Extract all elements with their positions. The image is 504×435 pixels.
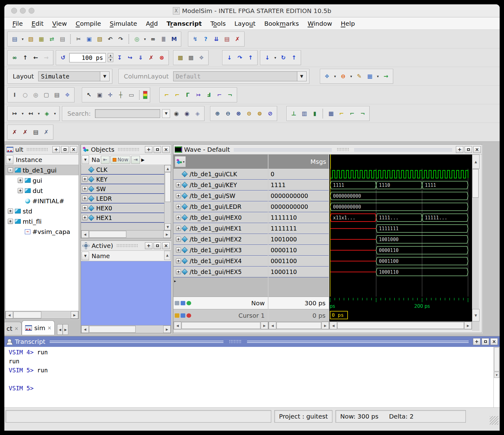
ellipse-mode-icon[interactable]: ○ (21, 91, 29, 99)
cursor-mode-icon[interactable]: I (10, 91, 19, 99)
step-current-icon[interactable]: ↓ (263, 53, 272, 62)
open-folder-icon[interactable]: ▨ (26, 35, 35, 43)
scroll-thumb[interactable] (89, 231, 126, 238)
expander-icon[interactable]: + (82, 196, 88, 201)
search-dropdown-icon[interactable]: ▼ (162, 109, 170, 118)
tree-item-dut[interactable]: +dut (5, 186, 79, 196)
undock-button[interactable] (482, 338, 489, 345)
zoom-range-icon[interactable]: ⊚ (255, 109, 264, 118)
menu-simulate[interactable]: Simulate (106, 20, 142, 27)
reload-icon[interactable]: ⇄ (47, 35, 56, 43)
tree-item-gui[interactable]: +gui (5, 175, 79, 186)
wave-names-hscrollbar[interactable]: ◀ ▶ (173, 321, 268, 330)
expander-icon[interactable]: + (82, 205, 88, 211)
scroll-thumb[interactable] (337, 322, 464, 329)
help-question-icon[interactable]: ? (201, 35, 210, 43)
close-tab-icon[interactable]: × (47, 325, 52, 331)
drag-handle[interactable] (354, 148, 452, 151)
tree-expander-icon[interactable]: + (18, 178, 23, 183)
zoom-mode-icon[interactable]: ⊘ (266, 109, 274, 118)
step-return-icon[interactable]: ↑ (290, 53, 298, 62)
dock-button[interactable]: + (145, 146, 152, 153)
timeline-ruler[interactable]: 0 ps200 ps (329, 297, 472, 309)
dropdown-caret-icon[interactable]: ▾ (349, 74, 353, 78)
search-input[interactable] (95, 109, 160, 118)
next-edge-icon[interactable]: ¬ (358, 109, 367, 118)
transcript-vscrollbar[interactable]: ▼ (493, 347, 500, 407)
tab-sim[interactable]: sim × (22, 321, 55, 335)
wave-value-clk[interactable]: 0 (268, 169, 329, 180)
close-doc-icon[interactable]: ✗ (233, 35, 242, 43)
menu-transcript[interactable]: Transcript (162, 20, 206, 27)
processes-list-empty[interactable] (81, 261, 171, 325)
goto-time-end-button[interactable]: ⇥ (131, 156, 140, 164)
tree-item-mti-fli[interactable]: +mti_fli (5, 216, 79, 226)
edge-yellow-icon[interactable]: ⌐ (337, 109, 346, 118)
step-into-icon[interactable]: ↓ (225, 53, 234, 62)
palette-icon[interactable]: ❖ (63, 91, 72, 99)
expand-header-icon[interactable]: ▶ (141, 157, 145, 162)
processes-hscrollbar[interactable]: ◀ ▶ (81, 325, 171, 333)
wave-stretch-icon[interactable]: ⌐ (215, 91, 224, 99)
transcript-console[interactable]: VSIM 4> runrunVSIM 5> runVSIM 5> ▼ (4, 347, 500, 407)
green-column-icon[interactable]: ▮ (310, 109, 319, 118)
wave-vscrollbar[interactable] (472, 169, 479, 297)
scroll-right-icon[interactable]: ▶ (71, 311, 78, 319)
redo-icon[interactable]: ↷ (116, 35, 125, 43)
close-tab-icon[interactable]: × (15, 326, 19, 331)
region-mode-icon[interactable]: ▢ (42, 91, 51, 99)
object-row-ledr[interactable]: +LEDR (81, 194, 164, 204)
select-arrow-icon[interactable]: ↖ (85, 91, 93, 99)
wave-signal-hex3[interactable]: +/tb_de1_gui/HEX3 (173, 245, 268, 256)
wave-signal-key[interactable]: +/tb_de1_gui/KEY (173, 180, 268, 191)
run-continue-icon[interactable]: ↪ (126, 53, 134, 62)
wave-value-hex2[interactable]: 1001000 (268, 234, 329, 245)
menu-layout[interactable]: Layout (230, 20, 260, 27)
name-column-header[interactable]: Name (90, 252, 110, 260)
wave-value-sw[interactable]: 0000000000 (268, 191, 329, 201)
dropdown-caret-icon[interactable]: ▾ (143, 37, 147, 41)
scroll-up-icon[interactable]: ▲ (164, 165, 171, 172)
export-filter-icon[interactable]: → (382, 72, 390, 81)
tree-expander-icon[interactable]: + (18, 188, 23, 193)
zoom-out-icon[interactable]: ⊖ (223, 109, 232, 118)
scroll-thumb[interactable] (89, 326, 136, 333)
name-column-header[interactable]: Na (90, 156, 100, 164)
wave-value-key[interactable]: 1111 (268, 180, 329, 191)
performance-icon[interactable]: ▩ (176, 53, 185, 62)
scroll-down-icon[interactable]: ▼ (494, 372, 499, 378)
scroll-thumb[interactable] (165, 172, 171, 202)
wave-scroll-up-icon[interactable]: ▲ (472, 155, 479, 169)
transcript-titlebar[interactable]: Transcript + × (4, 336, 500, 347)
new-file-icon[interactable]: ▤ (10, 35, 19, 43)
object-row-key[interactable]: +KEY (81, 175, 164, 184)
waveform-display[interactable]: 11111110111100000000000000000000x11x1...… (329, 169, 472, 297)
expander-icon[interactable]: + (82, 177, 88, 182)
zoom-select-icon[interactable]: ▣ (95, 91, 104, 99)
memory-icon[interactable]: ▩ (187, 53, 195, 62)
list-mode-icon[interactable]: ▤ (52, 91, 61, 99)
wave-copy-icon[interactable]: ⌐ (173, 91, 182, 99)
msgs-column-header[interactable]: Msgs (268, 155, 329, 169)
print-icon[interactable]: ▤ (58, 35, 67, 43)
find-options-icon[interactable]: ≣ (159, 35, 168, 43)
scroll-thumb[interactable] (182, 322, 260, 329)
scroll-thumb[interactable] (472, 169, 479, 198)
show-drivers-icon[interactable]: ▤ (31, 128, 40, 137)
dropdown-caret-icon[interactable]: ▾ (376, 74, 380, 78)
wave-delete-icon[interactable]: Ⅎ (205, 91, 213, 99)
menu-bookmarks[interactable]: Bookmarks (260, 20, 303, 27)
find-previous-icon[interactable]: ◉ (182, 109, 191, 118)
paste-icon[interactable]: ▧ (95, 35, 104, 43)
combo-arrow-icon[interactable]: ▼ (297, 71, 307, 81)
scroll-left-icon[interactable]: ◀ (330, 322, 337, 329)
move-icon[interactable]: ✛ (106, 91, 115, 99)
dropdown-caret-icon[interactable]: ▾ (21, 37, 25, 41)
wave-signal-clk[interactable]: +/tb_de1_gui/CLK (173, 169, 268, 180)
objects-vscrollbar[interactable]: ▲ ▼ (164, 165, 171, 230)
tree-expander-icon[interactable]: + (8, 209, 13, 214)
object-row-hex1[interactable]: +HEX1 (81, 213, 164, 223)
save-filter-icon[interactable]: ▦ (366, 72, 374, 81)
up-level-icon[interactable]: ↑ (21, 53, 29, 62)
scroll-down-icon[interactable]: ▼ (164, 223, 171, 230)
